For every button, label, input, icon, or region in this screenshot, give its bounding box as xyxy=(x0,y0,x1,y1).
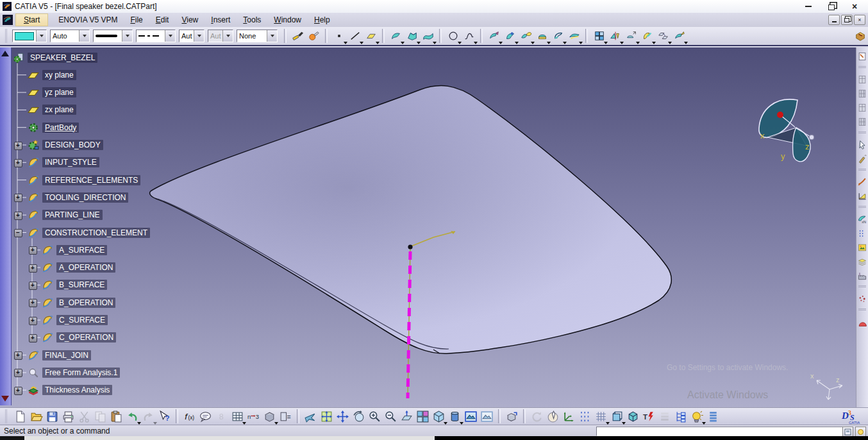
tree-node-label[interactable]: C_OPERATION xyxy=(56,332,116,343)
tree-node-speaker-bezel[interactable]: SPEAKER_BEZEL xyxy=(13,49,97,66)
tree-expander-plus-icon[interactable]: + xyxy=(14,194,22,202)
layer-dropdown-icon[interactable] xyxy=(267,30,277,42)
small-cube-icon[interactable] xyxy=(625,409,641,425)
snap-grid-icon[interactable] xyxy=(577,409,593,425)
render-style-dropdown-icon[interactable] xyxy=(222,30,233,42)
sketch-sheet-icon[interactable] xyxy=(856,51,868,62)
toolbar-grip[interactable] xyxy=(858,66,866,70)
tree-node-partbody[interactable]: PartBody xyxy=(28,119,79,136)
transfer-icon[interactable] xyxy=(671,28,687,44)
gauge-icon[interactable] xyxy=(856,316,868,328)
airbrush-icon[interactable] xyxy=(856,153,868,165)
design-table-icon[interactable] xyxy=(230,409,246,425)
close-surface-icon[interactable] xyxy=(534,28,550,44)
point-grid-icon[interactable] xyxy=(856,228,868,239)
openbody-tree-icon[interactable] xyxy=(42,262,53,273)
tree-node-label[interactable]: TOOLING_DIRECTION xyxy=(42,192,128,203)
box-export-icon[interactable] xyxy=(504,409,520,425)
tree-structure-icon[interactable] xyxy=(673,409,689,425)
wizard-painter-icon[interactable] xyxy=(306,28,322,44)
save-icon[interactable] xyxy=(44,409,60,425)
tree-expander-plus-icon[interactable]: + xyxy=(14,212,22,220)
tree-node-tooling-direction[interactable]: TOOLING_DIRECTION xyxy=(28,189,128,206)
tree-node-b-operation[interactable]: B_OPERATION xyxy=(42,294,115,311)
point-style-dropdown-icon[interactable] xyxy=(194,30,204,42)
menu-tools[interactable]: Tools xyxy=(237,14,267,26)
doc-switch-button[interactable] xyxy=(855,427,866,437)
openbody-tree-icon[interactable] xyxy=(42,279,53,291)
line-icon[interactable] xyxy=(347,28,363,44)
mdi-close-button[interactable]: × xyxy=(854,15,865,25)
openbody-tree-icon[interactable] xyxy=(42,332,53,343)
toolbar-grip[interactable] xyxy=(858,285,866,289)
minimize-button[interactable] xyxy=(804,3,813,10)
openbody-tree-icon[interactable] xyxy=(28,192,39,203)
toolbar-grip[interactable] xyxy=(858,131,866,135)
tree-expander-plus-icon[interactable]: + xyxy=(14,387,22,395)
axis-system-icon[interactable] xyxy=(561,409,577,425)
viewport-3d[interactable]: x y z x z SPEAKER_BEZELxy planeyz planez… xyxy=(0,47,868,407)
extrude-surface-icon[interactable] xyxy=(388,28,404,44)
menu-view[interactable]: View xyxy=(175,14,204,26)
menu-edit[interactable]: Edit xyxy=(149,14,176,26)
menu-insert[interactable]: Insert xyxy=(204,14,237,26)
tree-node-free-form-analysis-1[interactable]: Free Form Analysis.1 xyxy=(28,364,120,381)
tree-expander-plus-icon[interactable]: + xyxy=(29,264,37,273)
tree-node-b-surface[interactable]: B_SURFACE xyxy=(42,276,107,294)
line-weight-combo[interactable] xyxy=(93,30,133,42)
knowledge-comment-icon[interactable] xyxy=(197,409,213,425)
tree-node-label[interactable]: CONSTRUCTION_ELEMENT xyxy=(42,228,150,238)
tree-expander-minus-icon[interactable]: − xyxy=(14,229,22,237)
tree-node-xy-plane[interactable]: xy plane xyxy=(28,66,76,83)
plane-tree-icon[interactable] xyxy=(28,69,39,81)
curve-analysis-icon[interactable] xyxy=(856,190,868,202)
tree-scroll-up-icon[interactable] xyxy=(1,49,10,58)
openbody-tree-icon[interactable] xyxy=(42,297,53,309)
plane-tree-icon[interactable] xyxy=(28,104,39,115)
whats-this-icon[interactable]: ? xyxy=(156,409,172,425)
thickness-tree-icon[interactable] xyxy=(28,384,39,396)
print-icon[interactable] xyxy=(60,409,76,425)
sheet-stack-icon[interactable] xyxy=(856,256,868,267)
tree-node-label[interactable]: xy plane xyxy=(42,70,76,80)
tree-node-a-surface[interactable]: A_SURFACE xyxy=(42,241,107,258)
tree-node-c-operation[interactable]: C_OPERATION xyxy=(42,329,116,346)
tree-node-input-style[interactable]: INPUT_STYLE xyxy=(28,154,99,171)
catia-app-icon[interactable] xyxy=(3,2,12,11)
hide-show-icon[interactable] xyxy=(463,409,479,425)
tree-expander-plus-icon[interactable]: + xyxy=(29,299,37,307)
tree-node-thickness-analysis[interactable]: Thickness Analysis xyxy=(28,382,112,399)
openbody-tree-icon[interactable] xyxy=(28,157,39,168)
dialog-expand-button[interactable] xyxy=(842,427,853,437)
normal-view-icon[interactable] xyxy=(399,409,415,425)
painter-icon[interactable] xyxy=(290,28,306,44)
select-cursor-icon[interactable] xyxy=(856,139,868,151)
symmetry-icon[interactable] xyxy=(607,28,623,44)
loft-surface-icon[interactable] xyxy=(404,28,420,44)
plane-icon[interactable] xyxy=(363,28,379,44)
point-icon[interactable] xyxy=(331,28,347,44)
tree-node-label[interactable]: B_SURFACE xyxy=(56,280,107,290)
analysis-tree-icon[interactable] xyxy=(28,367,39,378)
mdi-restore-button[interactable] xyxy=(841,15,853,25)
tree-expander-plus-icon[interactable]: + xyxy=(29,246,37,255)
tree-node-label[interactable]: SPEAKER_BEZEL xyxy=(28,53,97,63)
tree-node-construction-element[interactable]: CONSTRUCTION_ELEMENT xyxy=(28,224,150,241)
tree-expander-plus-icon[interactable]: + xyxy=(14,142,22,150)
render-style-combo[interactable]: Aut xyxy=(208,30,233,42)
tree-node-c-surface[interactable]: C_SURFACE xyxy=(42,312,108,329)
toolbar-grip[interactable] xyxy=(5,29,10,43)
work-grid-icon[interactable] xyxy=(593,409,609,425)
pan-icon[interactable] xyxy=(335,409,351,425)
openbody-tree-icon[interactable] xyxy=(28,350,39,361)
tree-scroll-down-icon[interactable] xyxy=(1,394,10,403)
tree-node-zx-plane[interactable]: zx plane xyxy=(28,101,76,119)
tree-node-label[interactable]: PARTING_LINE xyxy=(42,210,103,220)
instantiate-xn-icon[interactable]: xN xyxy=(856,214,868,225)
paint-stroke-icon[interactable] xyxy=(856,176,868,188)
catalog-icon[interactable] xyxy=(852,28,868,44)
zoom-in-icon[interactable] xyxy=(367,409,383,425)
openbody-tree-icon[interactable] xyxy=(28,174,39,186)
gear-tree-icon[interactable] xyxy=(28,122,39,133)
openbody-tree-icon[interactable] xyxy=(42,244,53,256)
